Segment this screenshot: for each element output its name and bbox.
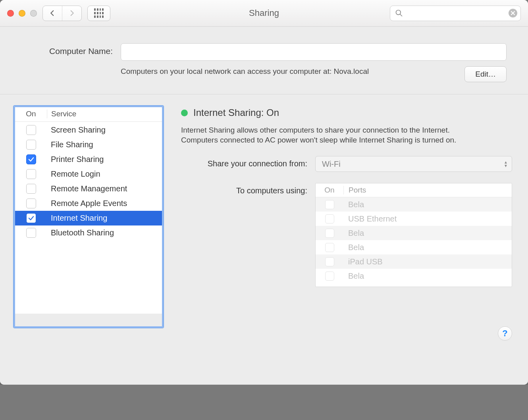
port-row[interactable]: USB Ethernet: [316, 212, 512, 226]
chevron-left-icon: [49, 10, 56, 17]
ports-header-ports: Ports: [343, 186, 512, 195]
port-label: iPad USB: [343, 257, 512, 266]
service-row[interactable]: Remote Apple Events: [15, 196, 162, 211]
port-row[interactable]: Bela: [316, 269, 512, 283]
close-window-button[interactable]: [7, 10, 14, 17]
service-label: File Sharing: [47, 140, 162, 149]
port-label: USB Ethernet: [343, 214, 512, 223]
service-label: Remote Management: [47, 184, 162, 193]
forward-button[interactable]: [62, 6, 81, 21]
port-enable-checkbox[interactable]: [325, 272, 334, 281]
port-enable-checkbox[interactable]: [325, 243, 334, 252]
clear-search-button[interactable]: [509, 9, 517, 17]
window-controls: [7, 10, 37, 17]
share-from-value: Wi-Fi: [322, 160, 341, 169]
xmark-icon: [511, 11, 515, 15]
service-detail-pane: Internet Sharing: On Internet Sharing al…: [179, 106, 512, 328]
minimize-window-button[interactable]: [19, 10, 25, 17]
bottom-spacer: [0, 349, 528, 385]
service-description: Internet Sharing allows other computers …: [181, 125, 471, 145]
share-from-label: Share your connection from:: [181, 156, 307, 168]
services-header-service: Service: [47, 110, 162, 118]
search-field[interactable]: [390, 6, 521, 21]
services-list-header: On Service: [15, 107, 162, 122]
service-row[interactable]: Internet Sharing: [15, 211, 162, 225]
services-list-container: On Service Screen SharingFile SharingPri…: [13, 106, 164, 328]
ports-list-header: On Ports: [316, 183, 512, 197]
local-network-access-text: Computers on your local network can acce…: [121, 66, 457, 77]
to-computers-label: To computers using:: [181, 183, 307, 195]
service-row[interactable]: Printer Sharing: [15, 152, 162, 167]
service-label: Internet Sharing: [47, 214, 162, 223]
services-header-on: On: [15, 110, 47, 118]
port-row[interactable]: iPad USB: [316, 254, 512, 269]
computer-name-input[interactable]: [121, 43, 507, 61]
port-enable-checkbox[interactable]: [325, 214, 334, 223]
service-status: Internet Sharing: On: [181, 107, 512, 118]
svg-line-1: [400, 14, 402, 16]
grid-icon: [94, 8, 104, 18]
ports-list-container: On Ports BelaUSB EthernetBelaBelaiPad US…: [315, 183, 512, 287]
share-from-row: Share your connection from: Wi-Fi ▲▼: [181, 156, 512, 172]
titlebar: Sharing: [0, 0, 528, 27]
port-label: Bela: [343, 243, 512, 252]
computer-name-section: Computer Name: Computers on your local n…: [0, 27, 528, 94]
sharing-prefpane-window: Sharing Computer Name: Computers on your…: [0, 0, 528, 385]
service-label: Bluetooth Sharing: [47, 228, 162, 237]
nav-buttons: [42, 6, 82, 21]
port-row[interactable]: Bela: [316, 226, 512, 240]
service-row[interactable]: Bluetooth Sharing: [15, 225, 162, 240]
port-enable-checkbox[interactable]: [325, 257, 334, 266]
service-enable-checkbox[interactable]: [26, 169, 36, 179]
status-indicator-icon: [181, 110, 188, 116]
search-input[interactable]: [403, 9, 509, 18]
zoom-window-button[interactable]: [30, 10, 37, 17]
service-label: Remote Login: [47, 170, 162, 179]
port-enable-checkbox[interactable]: [325, 200, 334, 209]
share-from-popup[interactable]: Wi-Fi ▲▼: [315, 156, 512, 172]
service-row[interactable]: Remote Login: [15, 167, 162, 181]
service-label: Printer Sharing: [47, 155, 162, 164]
service-enable-checkbox[interactable]: [26, 140, 36, 150]
service-row[interactable]: File Sharing: [15, 137, 162, 152]
service-enable-checkbox[interactable]: [26, 154, 36, 164]
service-row[interactable]: Remote Management: [15, 181, 162, 196]
search-icon: [395, 9, 403, 17]
ports-list[interactable]: BelaUSB EthernetBelaBelaiPad USBBela: [316, 197, 512, 287]
service-label: Remote Apple Events: [47, 199, 162, 208]
help-button[interactable]: ?: [498, 326, 512, 341]
ports-header-on: On: [316, 186, 343, 195]
to-computers-row: To computers using: On Ports BelaUSB Eth…: [181, 183, 512, 287]
service-label: Screen Sharing: [47, 125, 162, 135]
port-label: Bela: [343, 272, 512, 281]
service-enable-checkbox[interactable]: [26, 125, 36, 135]
service-enable-checkbox[interactable]: [26, 184, 36, 194]
updown-chevron-icon: ▲▼: [504, 161, 508, 168]
port-row[interactable]: Bela: [316, 197, 512, 212]
show-all-prefs-button[interactable]: [87, 6, 110, 21]
services-list[interactable]: Screen SharingFile SharingPrinter Sharin…: [15, 122, 162, 314]
service-status-title: Internet Sharing: On: [193, 107, 279, 118]
chevron-right-icon: [68, 10, 75, 17]
computer-name-label: Computer Name:: [21, 43, 113, 56]
port-row[interactable]: Bela: [316, 240, 512, 254]
service-enable-checkbox[interactable]: [26, 228, 36, 238]
back-button[interactable]: [43, 6, 62, 21]
service-enable-checkbox[interactable]: [26, 213, 36, 223]
port-label: Bela: [343, 200, 512, 209]
content-area: On Service Screen SharingFile SharingPri…: [0, 94, 528, 349]
service-row[interactable]: Screen Sharing: [15, 123, 162, 137]
service-enable-checkbox[interactable]: [26, 198, 36, 208]
edit-hostname-button[interactable]: Edit…: [464, 66, 507, 82]
port-label: Bela: [343, 229, 512, 238]
port-enable-checkbox[interactable]: [325, 229, 334, 238]
